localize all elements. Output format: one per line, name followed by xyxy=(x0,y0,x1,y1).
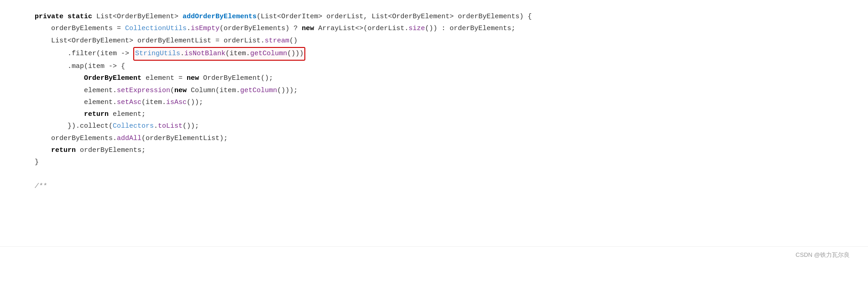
code-line-5: .map(item -> { xyxy=(18,61,850,73)
code-line-6: OrderByElement element = new OrderByElem… xyxy=(18,73,850,84)
code-line-10: }).collect(Collectors.toList()); xyxy=(18,120,850,132)
code-line-9: return element; xyxy=(18,109,850,120)
code-line-blank xyxy=(18,168,850,180)
watermark-text: CSDN @铁力瓦尔良 xyxy=(795,250,850,260)
code-line-1: private static List<OrderByElement> addO… xyxy=(18,11,850,23)
footer: CSDN @铁力瓦尔良 xyxy=(0,246,868,265)
code-line-2: orderByElements = CollectionUtils.isEmpt… xyxy=(18,23,850,35)
code-line-7: element.setExpression(new Column(item.ge… xyxy=(18,85,850,97)
code-line-11: orderByElements.addAll(orderByElementLis… xyxy=(18,133,850,145)
highlighted-code: StringUtils.isNotBlank(item.getColumn())… xyxy=(133,47,305,61)
code-line-comment: /** xyxy=(18,181,850,193)
code-line-13: } xyxy=(18,156,850,168)
code-line-12: return orderByElements; xyxy=(18,145,850,156)
code-line-8: element.setAsc(item.isAsc()); xyxy=(18,97,850,109)
code-block: private static List<OrderByElement> addO… xyxy=(0,0,868,246)
code-line-4: .filter(item -> StringUtils.isNotBlank(i… xyxy=(18,47,850,61)
code-line-3: List<OrderByElement> orderByElementList … xyxy=(18,35,850,47)
